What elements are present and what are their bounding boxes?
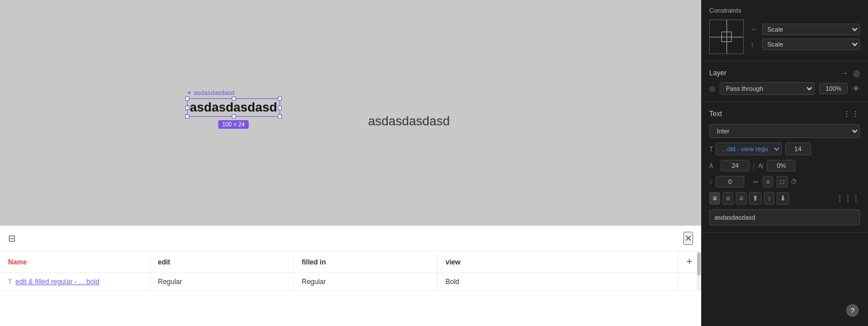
add-column-button[interactable]: + bbox=[686, 256, 693, 268]
v-constraint-icon: ↕ bbox=[751, 41, 759, 48]
help-button[interactable]: ? bbox=[846, 304, 859, 317]
constraint-selects: ↔ Scale ↕ Scale bbox=[751, 24, 860, 50]
inner-box bbox=[721, 32, 732, 42]
cell-view: Bold bbox=[437, 273, 678, 291]
resize-icon: ↔ bbox=[752, 178, 759, 186]
constraint-diagram bbox=[709, 20, 744, 54]
font-style-select[interactable]: ...old - view regu bbox=[716, 143, 782, 155]
handle-bottom-right[interactable] bbox=[278, 114, 282, 118]
line-height-icon: ↕ bbox=[709, 179, 712, 185]
four-dots-icon: ✦ bbox=[187, 90, 192, 96]
handle-left-mid[interactable] bbox=[185, 106, 189, 110]
handle-right-mid[interactable] bbox=[278, 106, 282, 110]
cell-name: T edit & filled regular - ... bold bbox=[0, 273, 150, 291]
layer-actions: → ◎ bbox=[840, 68, 860, 78]
valign-mid-button[interactable]: ↕ bbox=[764, 192, 774, 205]
font-size-input[interactable] bbox=[785, 143, 811, 155]
handle-top-mid[interactable] bbox=[232, 97, 236, 101]
blend-mode-select[interactable]: Pass through bbox=[720, 82, 815, 95]
handle-bottom-left[interactable] bbox=[185, 114, 189, 118]
more-text-options-button[interactable]: ⋮⋮⋮ bbox=[836, 194, 860, 203]
selected-text-content: asdasdasdasd bbox=[188, 99, 280, 116]
font-style-row: T ...old - view regu bbox=[709, 143, 860, 155]
font-size-label: A bbox=[709, 163, 717, 169]
constraint-h-row: ↔ Scale bbox=[751, 24, 860, 35]
scrollbar[interactable] bbox=[697, 251, 701, 291]
font-name-row: Inter bbox=[709, 124, 860, 138]
panel-toggle-icon[interactable]: ⊟ bbox=[8, 233, 16, 244]
text-clock-btn[interactable]: ⏱ bbox=[791, 178, 797, 185]
text-content-display[interactable]: asdasdasdasd bbox=[709, 209, 860, 225]
layer-section: Layer → ◎ ◎ Pass through 👁 bbox=[701, 62, 868, 102]
blend-mode-icon: ◎ bbox=[709, 85, 715, 93]
align-left-button[interactable]: ≡ bbox=[709, 192, 720, 205]
line-height-input[interactable] bbox=[716, 176, 744, 187]
panel-close-button[interactable]: ✕ bbox=[683, 232, 693, 245]
handle-top-right[interactable] bbox=[278, 97, 282, 101]
text-resize-btn[interactable]: ≡ bbox=[763, 176, 773, 187]
font-family-select[interactable]: Inter bbox=[709, 124, 860, 138]
visibility-toggle[interactable]: 👁 bbox=[852, 85, 860, 93]
font-size-px-input[interactable] bbox=[721, 160, 750, 171]
text-metrics-row: A | A| bbox=[709, 160, 860, 171]
layer-pass-icon[interactable]: → bbox=[840, 68, 848, 78]
constraint-h-select[interactable]: Scale bbox=[762, 24, 860, 35]
text-box-btn[interactable]: □ bbox=[777, 176, 787, 187]
constraints-section: Constraints ↔ Scale ↕ Scale bbox=[701, 0, 868, 62]
tracking-input[interactable] bbox=[767, 160, 796, 171]
canvas: ✦ asdasdasdasd asdasdasdasd 100 × 24 asd… bbox=[0, 0, 701, 326]
selected-text-element[interactable]: ✦ asdasdasdasd asdasdasdasd 100 × 24 bbox=[187, 89, 280, 117]
constraints-widget: ↔ Scale ↕ Scale bbox=[709, 20, 860, 54]
constraints-title: Constraints bbox=[709, 7, 860, 14]
valign-bottom-button[interactable]: ⬇ bbox=[777, 192, 789, 205]
element-label: ✦ asdasdasdasd bbox=[187, 89, 280, 96]
right-panel: Constraints ↔ Scale ↕ Scale bbox=[701, 0, 868, 326]
panel-header: ⊟ ✕ bbox=[0, 226, 701, 251]
col-header-view: view bbox=[437, 251, 678, 273]
blend-mode-row: ◎ Pass through 👁 bbox=[709, 82, 860, 95]
variables-table: Name edit filled in view + T bbox=[0, 251, 701, 291]
col-header-name: Name bbox=[0, 251, 150, 273]
text-options-button[interactable]: ⋮⋮ bbox=[843, 109, 860, 118]
layer-title: Layer bbox=[709, 69, 726, 77]
constraint-v-row: ↕ Scale bbox=[751, 39, 860, 50]
tracking-label: A| bbox=[758, 163, 763, 169]
line-height-row: ↕ ↔ ≡ □ ⏱ bbox=[709, 176, 860, 187]
layer-header-row: Layer → ◎ bbox=[709, 68, 860, 78]
layer-eye-icon2[interactable]: ◎ bbox=[853, 68, 860, 78]
opacity-input[interactable] bbox=[819, 83, 848, 94]
col-header-edit: edit bbox=[150, 251, 293, 273]
text-type-icon: T bbox=[8, 278, 12, 285]
cell-filled: Regular bbox=[293, 273, 437, 291]
bottom-panel: ⊟ ✕ Name edit filled in view + bbox=[0, 225, 701, 326]
constraint-v-select[interactable]: Scale bbox=[762, 39, 860, 50]
text-section: Text ⋮⋮ Inter T ...old - view regu A | A… bbox=[701, 102, 868, 233]
h-constraint-icon: ↔ bbox=[751, 26, 759, 33]
text-section-title: Text bbox=[709, 110, 722, 118]
handle-bottom-mid[interactable] bbox=[232, 114, 236, 118]
unselected-text-element[interactable]: asdasdasdasd bbox=[368, 114, 450, 129]
size-badge: 100 × 24 bbox=[218, 120, 248, 129]
align-right-button[interactable]: ≡ bbox=[736, 192, 747, 205]
scrollbar-thumb[interactable] bbox=[697, 252, 701, 275]
table-row: T edit & filled regular - ... bold Regul… bbox=[0, 273, 701, 291]
cell-edit: Regular bbox=[150, 273, 293, 291]
align-center-button[interactable]: ≡ bbox=[722, 192, 733, 205]
handle-top-left[interactable] bbox=[185, 97, 189, 101]
valign-top-button[interactable]: ⬆ bbox=[749, 192, 762, 205]
col-header-filled: filled in bbox=[293, 251, 437, 273]
text-align-row: ≡ ≡ ≡ ⬆ ↕ ⬇ ⋮⋮⋮ bbox=[709, 192, 860, 205]
text-section-header: Text ⋮⋮ bbox=[709, 109, 860, 118]
T-icon: T bbox=[709, 145, 713, 152]
selection-box[interactable]: asdasdasdasd 100 × 24 bbox=[187, 98, 280, 117]
metric-separator: | bbox=[753, 162, 755, 170]
font-style-label: T ...old - view regu bbox=[709, 143, 782, 155]
